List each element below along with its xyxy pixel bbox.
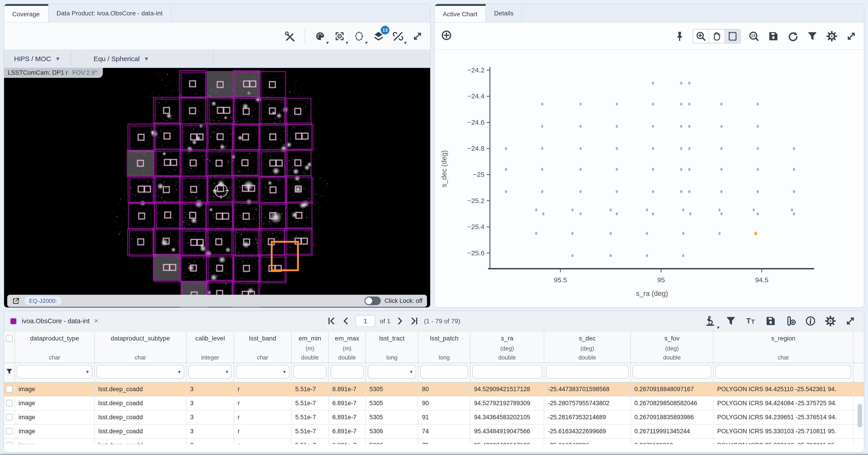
- column-header-em-min[interactable]: em_min(m)double: [291, 331, 329, 363]
- filter-chart-button[interactable]: [806, 30, 819, 42]
- filter-input-s-ra[interactable]: [472, 365, 542, 378]
- filter-all-icon[interactable]: [5, 368, 13, 377]
- add-column-button[interactable]: [784, 315, 797, 327]
- row-checkbox[interactable]: [6, 442, 13, 444]
- first-page-button[interactable]: [327, 316, 336, 326]
- restore-chart-button[interactable]: [786, 30, 799, 42]
- filter-input-s-dec[interactable]: [546, 365, 628, 378]
- projection-dropdown[interactable]: Equ / Spherical ▼: [84, 55, 159, 62]
- cell-lsst-tract: 5305: [366, 383, 418, 396]
- next-page-button[interactable]: [395, 316, 405, 326]
- selected-footprint-highlight[interactable]: [271, 241, 299, 271]
- table-settings-button[interactable]: [824, 315, 837, 327]
- zoom-original-button[interactable]: 1X: [748, 30, 760, 42]
- region-select-button[interactable]: ▾: [353, 30, 365, 42]
- zoom-mode-button[interactable]: [693, 29, 709, 43]
- table-vertical-scrollbar[interactable]: [858, 403, 863, 453]
- table-row[interactable]: imagelsst.deep_coadd3r5.51e-76.891e-7530…: [4, 411, 864, 425]
- row-checkbox[interactable]: [6, 386, 13, 393]
- scatter-chart[interactable]: −24.2−24.4−24.6−24.8−25−25.2−25.4−25.695…: [435, 50, 864, 308]
- svg-text:1X: 1X: [751, 33, 756, 37]
- expand-button[interactable]: [411, 30, 424, 42]
- column-header-lsst-band[interactable]: lsst_bandchar: [234, 331, 291, 363]
- save-chart-button[interactable]: [767, 30, 780, 42]
- cell-lsst-patch: 90: [418, 397, 470, 410]
- hips-moc-dropdown[interactable]: HiPS / MOC ▼: [4, 55, 70, 62]
- click-lock-toggle[interactable]: [365, 297, 381, 305]
- prev-page-button[interactable]: [341, 316, 351, 326]
- filter-input-lsst-patch[interactable]: [420, 365, 468, 378]
- filter-input-em-min[interactable]: [293, 365, 327, 378]
- table-expand-button[interactable]: [844, 315, 857, 327]
- coverage-tab-data-product-ivoa-obscore-data-int[interactable]: Data Product: ivoa.ObsCore - data-int: [48, 4, 171, 22]
- sky-viewer[interactable]: LSSTComCam: DP1 r FOV:2.9° EQ-J2000: Cli…: [4, 68, 430, 308]
- filter-icon: [725, 315, 737, 327]
- coverage-tab-coverage[interactable]: Coverage: [4, 4, 48, 22]
- layers-button[interactable]: 13: [372, 30, 385, 42]
- select-all-checkbox[interactable]: [6, 335, 13, 342]
- table-tab[interactable]: ivoa.ObsCore - data-int ×: [9, 317, 98, 325]
- column-header-s-dec[interactable]: s_dec(deg)double: [544, 331, 631, 363]
- column-header-lsst-patch[interactable]: lsst_patchlong: [418, 331, 470, 363]
- column-header-lsst-tract[interactable]: lsst_tractlong: [366, 331, 418, 363]
- recenter-icon: [334, 30, 345, 42]
- row-checkbox[interactable]: [6, 428, 13, 435]
- pan-mode-button[interactable]: [709, 29, 725, 43]
- chart-tab-details[interactable]: Details: [486, 4, 522, 22]
- image-badge: LSSTComCam: DP1 r FOV:2.9°: [4, 68, 103, 78]
- table-text-view-button[interactable]: TT: [744, 315, 757, 327]
- window-bottom-scrollbar[interactable]: [0, 453, 868, 455]
- cell-em-max: 6.891e-7: [329, 397, 366, 410]
- filter-input-lsst-tract[interactable]: ▾: [368, 365, 416, 378]
- svg-text:94.5: 94.5: [755, 276, 768, 284]
- column-header-em-max[interactable]: em_max(m)double: [329, 331, 366, 363]
- filter-input-dataproduct-subtype[interactable]: ▾: [96, 365, 184, 378]
- column-type: long: [438, 354, 450, 363]
- tools-button[interactable]: [283, 30, 296, 42]
- page-number-input[interactable]: [355, 315, 375, 327]
- column-header-dataproduct-type[interactable]: dataproduct_typechar: [15, 331, 95, 363]
- table-info-button[interactable]: [804, 315, 817, 327]
- divider: [70, 52, 71, 65]
- filter-input-s-region[interactable]: [715, 365, 851, 378]
- filter-input-em-max[interactable]: [331, 365, 364, 378]
- filter-input-calib-level[interactable]: ▾: [188, 365, 232, 378]
- table-save-button[interactable]: [764, 315, 777, 327]
- column-type: double: [579, 354, 596, 363]
- last-page-button[interactable]: [409, 316, 420, 326]
- table-row[interactable]: imagelsst.deep_coadd3r5.51e-76.891e-7530…: [4, 425, 864, 439]
- column-header-dataproduct-subtype[interactable]: dataproduct_subtypechar: [95, 331, 187, 363]
- table-options-button[interactable]: ▾: [705, 315, 717, 327]
- chart-tab-active-chart[interactable]: Active Chart: [435, 4, 486, 22]
- select-mode-button[interactable]: [725, 29, 740, 43]
- add-column-icon: [785, 315, 797, 327]
- tab-label: Data Product: ivoa.ObsCore - data-int: [56, 9, 162, 17]
- color-settings-button[interactable]: ▾: [314, 30, 327, 42]
- column-header-s-region[interactable]: s_regionchar: [714, 331, 854, 363]
- table-body: imagelsst.deep_coadd3r5.51e-76.891e-7530…: [4, 383, 864, 444]
- recenter-button[interactable]: ▾: [333, 30, 346, 42]
- table-row[interactable]: imagelsst.deep_coadd3r5.51e-76.891e-7530…: [4, 397, 864, 411]
- add-chart-button[interactable]: [440, 29, 453, 42]
- row-checkbox[interactable]: [6, 400, 13, 406]
- cell-dataproduct-type: image: [15, 397, 95, 410]
- cell-s-fov: 0.26708298508582046: [631, 397, 714, 410]
- filter-input-s-fov[interactable]: [632, 365, 711, 378]
- table-filter-button[interactable]: [724, 315, 737, 327]
- row-checkbox[interactable]: [6, 414, 13, 421]
- cell-calib-level: 3: [187, 425, 234, 438]
- filter-input-lsst-band[interactable]: ▾: [236, 365, 289, 378]
- column-header-s-fov[interactable]: s_fov(deg)double: [631, 331, 714, 363]
- unlink-views-button[interactable]: ▾: [392, 30, 404, 42]
- cell-em-min: 5.51e-7: [291, 383, 329, 396]
- table-row[interactable]: imagelsst.deep_coadd3r5.51e-76.891e-7530…: [4, 383, 864, 397]
- expand-chart-button[interactable]: [845, 30, 858, 42]
- column-header-s-ra[interactable]: s_ra(deg)double: [470, 331, 544, 363]
- chart-settings-button[interactable]: [826, 30, 838, 42]
- pin-chart-button[interactable]: [673, 30, 686, 42]
- filter-input-dataproduct-type[interactable]: ▾: [17, 365, 92, 378]
- column-header-calib-level[interactable]: calib_levelinteger: [187, 331, 234, 363]
- table-row[interactable]: imagelsst.deep_coadd3r5.51e-76.891e-7530…: [4, 439, 864, 444]
- close-table-icon[interactable]: ×: [94, 317, 98, 325]
- open-new-window-icon[interactable]: [12, 297, 20, 305]
